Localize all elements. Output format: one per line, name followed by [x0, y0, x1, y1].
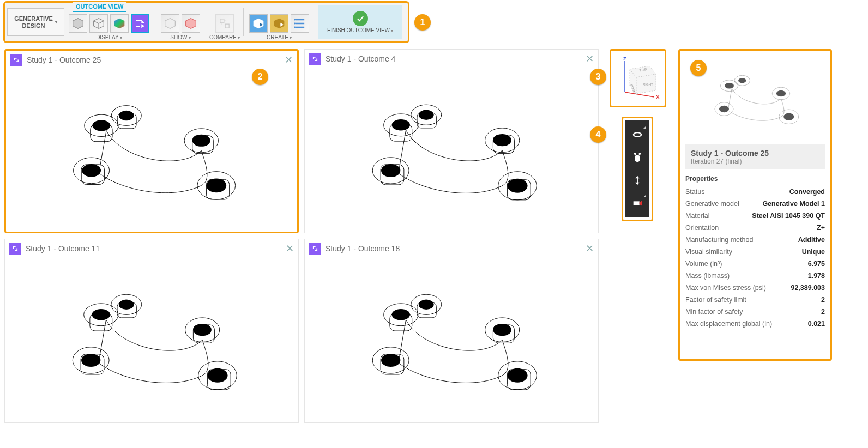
- toolbar-group-display-label[interactable]: DISPLAY: [96, 34, 122, 41]
- viewcube[interactable]: Z X TOP FRONT RIGHT: [610, 49, 666, 107]
- properties-row: Volume (in³)6.975: [685, 258, 825, 270]
- outcome-tile-viewport[interactable]: [305, 68, 598, 233]
- properties-row: Mass (lbmass)1.978: [685, 270, 825, 282]
- callout-4: 4: [590, 126, 606, 143]
- outcome-tile-4[interactable]: Study 1 - Outcome 18 ✕: [304, 239, 599, 423]
- properties-row-label: Generative model: [685, 200, 739, 208]
- properties-row-label: Factor of safety limit: [685, 296, 746, 304]
- properties-row: StatusConverged: [685, 186, 825, 198]
- properties-row: Visual similarityUnique: [685, 246, 825, 258]
- properties-row-value: 1.978: [808, 272, 825, 280]
- svg-rect-33: [634, 201, 640, 205]
- create-list-icon[interactable]: [291, 14, 309, 33]
- create-component-icon[interactable]: [270, 14, 288, 33]
- toolbar-separator: [155, 8, 155, 36]
- tab-outcome-view[interactable]: OUTCOME VIEW: [73, 2, 126, 12]
- properties-row-value: 6.975: [808, 260, 825, 268]
- svg-point-1: [294, 23, 296, 25]
- finish-outcome-view-button[interactable]: FINISH OUTCOME VIEW: [318, 5, 402, 39]
- expand-icon[interactable]: [309, 53, 321, 65]
- properties-row-label: Min factor of safety: [685, 308, 743, 316]
- close-icon[interactable]: ✕: [285, 55, 293, 65]
- properties-row-label: Max displacement global (in): [685, 320, 772, 328]
- toolbar-separator: [206, 8, 206, 36]
- outcome-tile-title: Study 1 - Outcome 18: [326, 244, 400, 253]
- close-icon[interactable]: ✕: [586, 244, 594, 253]
- properties-section-header: Properties: [685, 175, 825, 183]
- expand-icon[interactable]: [9, 243, 21, 255]
- create-export-icon[interactable]: [249, 14, 268, 33]
- toolbar-group-show-label[interactable]: SHOW: [170, 34, 190, 41]
- finish-outcome-view-label: FINISH OUTCOME VIEW: [327, 27, 393, 33]
- properties-row: Min factor of safety2: [685, 306, 825, 318]
- axis-x-label: X: [656, 94, 660, 100]
- toolbar-group-compare: COMPARE: [209, 10, 240, 41]
- look-button[interactable]: [630, 196, 645, 211]
- hide-cube-icon[interactable]: [182, 14, 200, 33]
- display-mode-solid-icon[interactable]: [69, 14, 87, 33]
- properties-title-box: Study 1 - Outcome 25 Iteration 27 (final…: [685, 144, 825, 169]
- callout-1: 1: [414, 14, 431, 31]
- toolbar-group-display: DISPLAY: [67, 10, 152, 41]
- callout-3: 3: [590, 69, 606, 85]
- svg-text:RIGHT: RIGHT: [643, 83, 653, 86]
- svg-point-2: [294, 27, 296, 28]
- orbit-button[interactable]: [630, 127, 645, 142]
- callout-5: 5: [690, 60, 707, 76]
- toolbar-separator: [315, 8, 315, 36]
- svg-point-0: [294, 19, 296, 21]
- properties-row-label: Max von Mises stress (psi): [685, 284, 766, 292]
- properties-subtitle: Iteration 27 (final): [691, 158, 819, 165]
- properties-row-label: Volume (in³): [685, 260, 722, 268]
- toolbar-group-create-label[interactable]: CREATE: [267, 34, 292, 41]
- toolbar: OUTCOME VIEW GENERATIVE DESIGN: [3, 1, 409, 43]
- properties-row-value: 2: [821, 296, 825, 304]
- pan-button[interactable]: [630, 150, 645, 165]
- zoom-button[interactable]: [630, 173, 645, 188]
- toolbar-group-compare-label[interactable]: COMPARE: [209, 34, 240, 41]
- properties-rows: StatusConvergedGenerative modelGenerativ…: [685, 186, 825, 330]
- outcome-tile-viewport[interactable]: [5, 258, 298, 422]
- properties-row-label: Mass (lbmass): [685, 272, 730, 280]
- properties-row-label: Orientation: [685, 224, 719, 232]
- toolbar-group-create: CREATE: [247, 10, 311, 41]
- generative-design-dropdown[interactable]: GENERATIVE DESIGN: [7, 8, 64, 36]
- callout-2: 2: [252, 69, 268, 85]
- outcome-tile-title: Study 1 - Outcome 25: [27, 56, 101, 64]
- properties-row: Factor of safety limit2: [685, 294, 825, 306]
- properties-title: Study 1 - Outcome 25: [691, 149, 819, 158]
- properties-row: OrientationZ+: [685, 222, 825, 234]
- outcome-tile-title: Study 1 - Outcome 11: [26, 244, 100, 253]
- properties-row: Generative modelGenerative Model 1: [685, 198, 825, 210]
- outcome-tile-2[interactable]: Study 1 - Outcome 4 ✕: [304, 49, 599, 233]
- properties-row-label: Manufacturing method: [685, 236, 753, 244]
- outcome-tile-3[interactable]: Study 1 - Outcome 11 ✕: [4, 239, 299, 423]
- close-icon[interactable]: ✕: [286, 244, 294, 253]
- properties-row-value: Unique: [802, 248, 825, 256]
- properties-row-value: Converged: [789, 188, 825, 196]
- properties-row-value: 92,389.003: [791, 284, 825, 292]
- properties-row-value: 2: [821, 308, 825, 316]
- properties-row: Manufacturing methodAdditive: [685, 234, 825, 246]
- properties-row-value: Generative Model 1: [762, 200, 825, 208]
- display-mode-stress-icon[interactable]: [110, 14, 129, 33]
- outcome-tile-viewport[interactable]: [6, 69, 297, 232]
- compare-icon[interactable]: [215, 14, 234, 33]
- outcome-tile-viewport[interactable]: [305, 258, 598, 422]
- expand-icon[interactable]: [10, 54, 22, 66]
- expand-icon[interactable]: [309, 243, 321, 255]
- properties-row-label: Visual similarity: [685, 248, 732, 256]
- properties-row-label: Material: [685, 212, 709, 220]
- outcome-tile-title: Study 1 - Outcome 4: [326, 55, 395, 63]
- properties-row-value: Z+: [817, 224, 825, 232]
- axis-z-label: Z: [623, 56, 626, 62]
- show-cube-icon[interactable]: [161, 14, 179, 33]
- properties-row-value: Additive: [798, 236, 825, 244]
- close-icon[interactable]: ✕: [586, 54, 594, 64]
- properties-row-label: Status: [685, 188, 704, 196]
- properties-row: Max displacement global (in)0.021: [685, 318, 825, 330]
- display-mode-wire-icon[interactable]: [89, 14, 108, 33]
- properties-panel: Study 1 - Outcome 25 Iteration 27 (final…: [678, 49, 832, 361]
- navigation-toolbar: [622, 117, 653, 221]
- display-mode-export-icon[interactable]: [131, 14, 149, 33]
